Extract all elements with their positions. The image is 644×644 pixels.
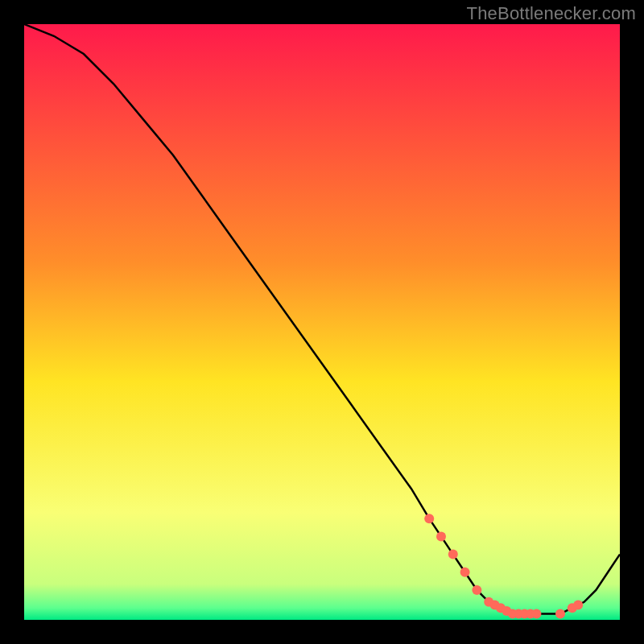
plot-area [24,24,620,620]
attribution-text: TheBottlenecker.com [467,3,636,24]
marker-point [573,601,583,610]
marker-point [531,609,541,619]
marker-point [424,514,434,523]
marker-point [460,568,470,577]
gradient-background [24,24,620,620]
marker-point [448,550,458,559]
marker-point [472,585,481,595]
marker-point [436,531,446,541]
chart-frame: TheBottlenecker.com [0,0,644,644]
bottleneck-chart [24,24,620,620]
marker-point [555,609,565,619]
